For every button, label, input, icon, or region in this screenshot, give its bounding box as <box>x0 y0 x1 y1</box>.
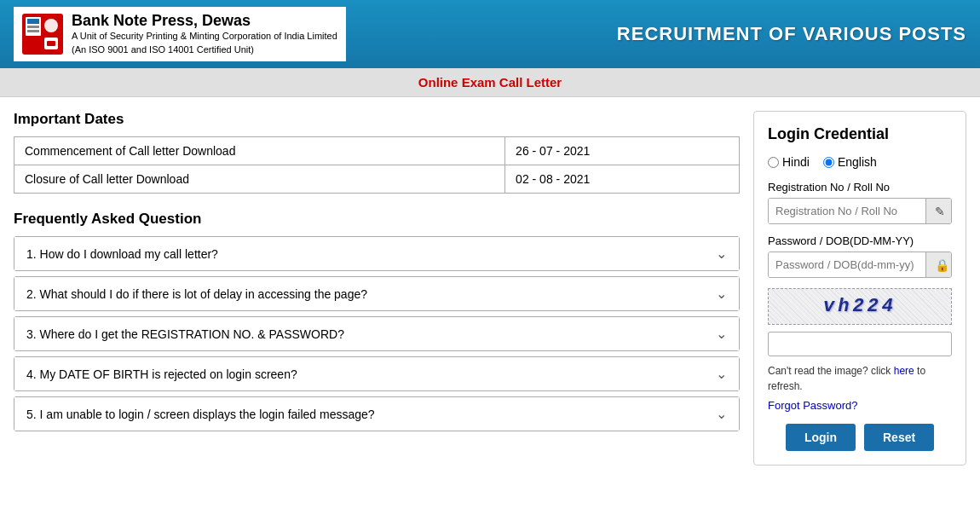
dates-table: Commencement of Call letter Download 26 … <box>14 136 740 194</box>
button-row: Login Reset <box>768 424 952 451</box>
captcha-refresh-link[interactable]: here <box>894 365 914 377</box>
faq-question-text-1: 1. How do I download my call letter? <box>26 247 218 261</box>
login-button[interactable]: Login <box>786 424 856 451</box>
lock-icon-btn[interactable]: 🔒 <box>925 252 952 277</box>
faq-question-4[interactable]: 4. My DATE OF BIRTH is rejected on login… <box>14 357 739 390</box>
hindi-label: Hindi <box>782 155 810 169</box>
table-row: Closure of Call letter Download 02 - 08 … <box>14 165 740 194</box>
logo-icon <box>22 14 63 55</box>
password-input[interactable] <box>769 252 925 277</box>
chevron-down-icon-4: ⌄ <box>716 366 727 382</box>
org-sub2: (An ISO 9001 and ISO 14001 Certified Uni… <box>72 43 337 56</box>
faq-item-3[interactable]: 3. Where do I get the REGISTRATION NO. &… <box>14 316 740 351</box>
date-label-1: Commencement of Call letter Download <box>14 137 505 165</box>
org-name: Bank Note Press, Dewas <box>72 12 337 30</box>
faq-item-1[interactable]: 1. How do I download my call letter? ⌄ <box>14 236 740 271</box>
svg-point-5 <box>44 19 58 32</box>
logo-container: Bank Note Press, Dewas A Unit of Securit… <box>14 7 346 61</box>
english-radio[interactable] <box>823 157 834 168</box>
table-row: Commencement of Call letter Download 26 … <box>14 137 740 165</box>
faq-item-2[interactable]: 2. What should I do if there is lot of d… <box>14 276 740 311</box>
org-sub1: A Unit of Security Printing & Minting Co… <box>72 30 337 43</box>
faq-question-text-4: 4. My DATE OF BIRTH is rejected on login… <box>26 367 297 381</box>
english-radio-label[interactable]: English <box>823 155 877 169</box>
edit-icon-btn[interactable]: ✎ <box>925 199 952 223</box>
hindi-radio-label[interactable]: Hindi <box>768 155 810 169</box>
page-title: RECRUITMENT OF VARIOUS POSTS <box>346 23 966 45</box>
registration-input[interactable] <box>769 199 925 223</box>
svg-rect-4 <box>27 30 39 32</box>
header: Bank Note Press, Dewas A Unit of Securit… <box>0 0 980 68</box>
sub-header: Online Exam Call Letter <box>0 68 980 97</box>
password-input-row: 🔒 <box>768 252 952 278</box>
language-selector: Hindi English <box>768 155 952 169</box>
faq-question-5[interactable]: 5. I am unable to login / screen display… <box>14 397 739 431</box>
svg-rect-7 <box>47 41 55 46</box>
faq-question-text-3: 3. Where do I get the REGISTRATION NO. &… <box>26 327 344 341</box>
svg-rect-2 <box>27 19 39 24</box>
chevron-down-icon-5: ⌄ <box>716 406 727 422</box>
hindi-radio[interactable] <box>768 157 779 168</box>
date-value-2: 02 - 08 - 2021 <box>505 165 740 194</box>
captcha-image: vh224 <box>768 288 952 325</box>
password-label: Password / DOB(DD-MM-YY) <box>768 234 952 247</box>
faq-question-2[interactable]: 2. What should I do if there is lot of d… <box>14 277 739 310</box>
faq-question-text-5: 5. I am unable to login / screen display… <box>26 408 375 421</box>
faq-question-3[interactable]: 3. Where do I get the REGISTRATION NO. &… <box>14 317 739 350</box>
faq-question-text-2: 2. What should I do if there is lot of d… <box>26 287 367 301</box>
svg-rect-3 <box>27 26 39 28</box>
main-content: Important Dates Commencement of Call let… <box>0 97 980 479</box>
faq-item-5[interactable]: 5. I am unable to login / screen display… <box>14 396 740 431</box>
faq-item-4[interactable]: 4. My DATE OF BIRTH is rejected on login… <box>14 356 740 391</box>
english-label: English <box>838 155 877 169</box>
date-value-1: 26 - 07 - 2021 <box>505 137 740 165</box>
chevron-down-icon-2: ⌄ <box>716 286 727 302</box>
chevron-down-icon-1: ⌄ <box>716 246 727 262</box>
captcha-input[interactable] <box>768 332 952 356</box>
sub-header-label: Online Exam Call Letter <box>418 75 562 90</box>
captcha-text: vh224 <box>823 296 896 317</box>
captcha-help-text: Can't read the image? click here to refr… <box>768 363 952 394</box>
date-label-2: Closure of Call letter Download <box>14 165 505 194</box>
reset-button[interactable]: Reset <box>864 424 934 451</box>
important-dates-title: Important Dates <box>14 111 740 128</box>
faq-title: Frequently Asked Question <box>14 211 740 228</box>
reg-input-row: ✎ <box>768 198 952 224</box>
reg-label: Registration No / Roll No <box>768 181 952 194</box>
login-title: Login Credential <box>768 125 952 143</box>
chevron-down-icon-3: ⌄ <box>716 326 727 342</box>
faq-question-1[interactable]: 1. How do I download my call letter? ⌄ <box>14 237 739 270</box>
login-panel: Login Credential Hindi English Registrat… <box>753 111 966 466</box>
forgot-password-link[interactable]: Forgot Password? <box>768 399 952 412</box>
left-panel: Important Dates Commencement of Call let… <box>14 111 740 437</box>
